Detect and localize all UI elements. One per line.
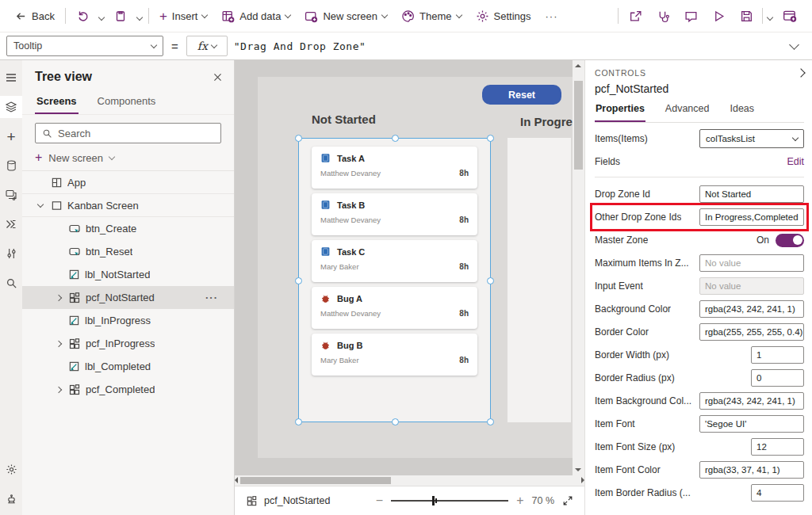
fullscreen-expand-icon[interactable] bbox=[562, 495, 573, 506]
save-menu-chevron[interactable] bbox=[764, 10, 776, 22]
close-icon[interactable] bbox=[213, 72, 223, 82]
tab-components[interactable]: Components bbox=[96, 90, 158, 114]
add-data-button[interactable]: Add data bbox=[214, 4, 297, 28]
back-button[interactable]: Back bbox=[8, 4, 62, 28]
property-input[interactable]: Not Started bbox=[699, 185, 804, 203]
expand-chevron-icon[interactable] bbox=[52, 341, 63, 346]
toggle-switch[interactable] bbox=[776, 234, 804, 247]
tab-screens[interactable]: Screens bbox=[35, 90, 79, 114]
label-control-icon bbox=[68, 269, 80, 280]
tree-item-lbl_Completed[interactable]: lbl_Completed bbox=[22, 355, 234, 378]
settings-rail-button[interactable] bbox=[0, 458, 22, 480]
property-input[interactable]: rgba(255, 255, 255, 0.4) bbox=[699, 323, 804, 341]
horizontal-scroll-thumb[interactable] bbox=[240, 477, 391, 484]
property-input[interactable]: rgba(243, 242, 241, 1) bbox=[699, 392, 804, 410]
zoom-in-button[interactable]: + bbox=[516, 494, 523, 508]
paste-menu-chevron[interactable] bbox=[134, 10, 145, 22]
preview-button[interactable] bbox=[705, 4, 733, 28]
kanban-card-task-b[interactable]: Task BMatthew Devaney8h bbox=[312, 193, 477, 235]
horizontal-scrollbar[interactable] bbox=[235, 475, 584, 486]
property-input[interactable]: 0 bbox=[751, 369, 804, 387]
insert-rail-button[interactable]: + bbox=[0, 125, 22, 147]
reset-button[interactable]: Reset bbox=[482, 85, 561, 105]
property-input[interactable]: No value bbox=[699, 254, 804, 272]
new-screen-tree-button[interactable]: + New screen bbox=[35, 151, 221, 164]
tree-item-label: btn_Create bbox=[86, 223, 136, 235]
tree-view-rail-button[interactable] bbox=[0, 96, 22, 118]
tab-ideas[interactable]: Ideas bbox=[729, 103, 755, 122]
tree-item-btn_Create[interactable]: btn_Create bbox=[22, 217, 234, 240]
save-button[interactable] bbox=[733, 4, 760, 28]
tab-advanced[interactable]: Advanced bbox=[665, 103, 710, 122]
item-options-ellipsis[interactable]: ··· bbox=[205, 292, 228, 303]
scroll-left-arrow[interactable] bbox=[235, 477, 238, 483]
tree-item-btn_Reset[interactable]: btn_Reset bbox=[22, 240, 234, 263]
more-commands-button[interactable]: ··· bbox=[538, 4, 565, 28]
pcf-notstarted-drop-zone[interactable]: Task AMatthew Devaney8hTask BMatthew Dev… bbox=[298, 138, 491, 422]
kanban-card-task-a[interactable]: Task AMatthew Devaney8h bbox=[312, 147, 477, 189]
kanban-card-task-c[interactable]: Task CMary Baker8h bbox=[312, 240, 477, 282]
canvas-workspace[interactable]: Reset Not Started In Progress Task AMatt… bbox=[235, 60, 584, 515]
zoom-slider[interactable] bbox=[391, 500, 508, 502]
search-input[interactable]: Search bbox=[35, 123, 221, 143]
tree-item-lbl_InProgress[interactable]: lbl_InProgress bbox=[22, 309, 234, 332]
undo-menu-chevron[interactable] bbox=[96, 10, 107, 22]
back-label: Back bbox=[32, 10, 55, 22]
plus-icon: + bbox=[159, 10, 167, 23]
fx-selector[interactable]: fx bbox=[186, 36, 228, 56]
property-input[interactable]: 4 bbox=[751, 484, 804, 502]
power-automate-rail-button[interactable] bbox=[0, 213, 22, 235]
search-rail-button[interactable] bbox=[0, 272, 22, 294]
tree-item-pcf_NotStarted[interactable]: pcf_NotStarted··· bbox=[22, 286, 234, 309]
zoom-slider-thumb[interactable] bbox=[432, 496, 435, 505]
app-checker-button[interactable] bbox=[649, 4, 677, 28]
settings-button[interactable]: Settings bbox=[469, 4, 538, 28]
formula-input[interactable]: "Drag And Drop Zone" bbox=[234, 40, 784, 52]
kanban-card-bug-a[interactable]: Bug AMatthew Devaney8h bbox=[312, 287, 477, 329]
edit-fields-link[interactable]: Edit bbox=[787, 156, 804, 167]
media-rail-button[interactable] bbox=[0, 184, 22, 206]
search-icon bbox=[42, 128, 52, 139]
tree-item-lbl_NotStarted[interactable]: lbl_NotStarted bbox=[22, 263, 234, 286]
kanban-card-bug-b[interactable]: Bug BMary Baker8h bbox=[312, 334, 477, 376]
scroll-down-arrow[interactable] bbox=[575, 468, 581, 471]
property-selector[interactable]: Tooltip bbox=[6, 36, 163, 56]
expand-chevron-icon[interactable] bbox=[52, 387, 63, 392]
scroll-right-arrow[interactable] bbox=[581, 477, 584, 483]
property-dropdown[interactable]: colTasksList bbox=[699, 129, 804, 148]
in-progress-drop-zone[interactable] bbox=[508, 138, 571, 422]
theme-button[interactable]: Theme bbox=[394, 4, 468, 28]
comments-button[interactable] bbox=[677, 4, 705, 28]
insert-button[interactable]: + Insert bbox=[152, 4, 214, 28]
data-rail-button[interactable] bbox=[0, 154, 22, 177]
master-zone-toggle[interactable]: On bbox=[756, 234, 804, 247]
scroll-up-arrow[interactable] bbox=[575, 64, 581, 67]
menu-button[interactable] bbox=[0, 67, 22, 89]
left-rail: + bbox=[0, 60, 22, 515]
vertical-scrollbar[interactable] bbox=[573, 60, 584, 475]
property-input[interactable]: rgba(243, 242, 241, 1) bbox=[699, 300, 804, 318]
property-input[interactable]: 'Segoe UI' bbox=[699, 415, 804, 433]
expand-chevron-icon[interactable] bbox=[52, 296, 63, 300]
new-screen-button[interactable]: New screen bbox=[297, 4, 394, 28]
property-input[interactable]: rgba(33, 37, 41, 1) bbox=[699, 461, 804, 479]
tab-properties[interactable]: Properties bbox=[595, 103, 645, 122]
formula-bar-expand-chevron[interactable] bbox=[789, 40, 799, 50]
property-input[interactable]: In Progress,Completed bbox=[699, 208, 804, 226]
property-input[interactable]: 12 bbox=[751, 438, 804, 456]
vertical-scroll-thumb[interactable] bbox=[574, 81, 583, 170]
paste-button[interactable] bbox=[107, 4, 134, 28]
share-button[interactable] bbox=[622, 4, 649, 28]
publish-button[interactable] bbox=[776, 4, 804, 28]
property-input[interactable]: 1 bbox=[751, 346, 804, 364]
tree-item-Kanban Screen[interactable]: Kanban Screen bbox=[22, 194, 234, 217]
tree-item-pcf_InProgress[interactable]: pcf_InProgress bbox=[22, 332, 234, 355]
panel-collapse-chevron[interactable] bbox=[796, 68, 805, 77]
zoom-out-button[interactable]: − bbox=[376, 494, 383, 508]
undo-button[interactable] bbox=[69, 4, 96, 28]
expand-chevron-icon[interactable] bbox=[35, 204, 46, 207]
tree-item-pcf_Completed[interactable]: pcf_Completed bbox=[22, 378, 234, 401]
virtual-agent-rail-button[interactable] bbox=[0, 488, 22, 510]
tree-item-App[interactable]: App bbox=[22, 171, 234, 194]
advanced-tools-rail-button[interactable] bbox=[0, 242, 22, 265]
